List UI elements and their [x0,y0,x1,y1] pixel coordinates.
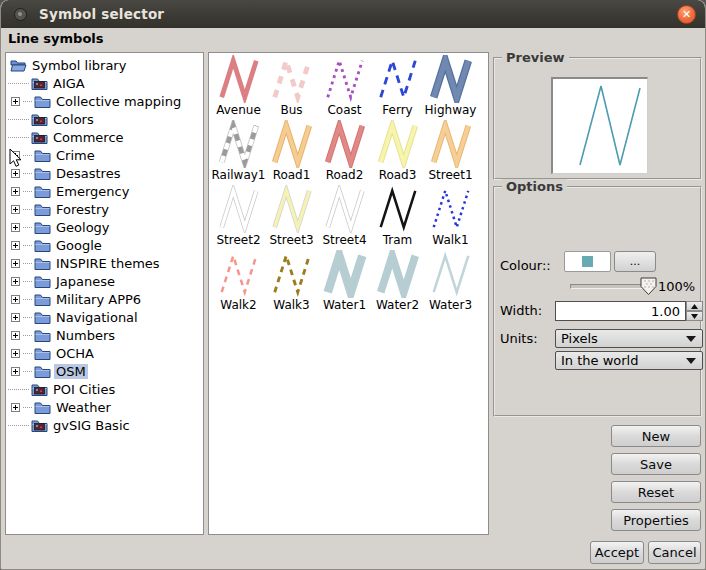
symbol-walk2[interactable]: Walk2 [212,250,265,314]
symbol-label: Road3 [379,168,417,182]
symbol-street3[interactable]: Street3 [265,185,318,249]
line-symbol-icon [266,120,318,168]
line-symbol-icon [319,185,371,233]
tree-item-geology[interactable]: Geology [8,218,203,236]
width-increment-button[interactable] [686,301,703,311]
symbol-bus[interactable]: Bus [265,55,318,119]
tree-connector [23,299,32,300]
symbol-walk3[interactable]: Walk3 [265,250,318,314]
tree-item-emergency[interactable]: Emergency [8,182,203,200]
opacity-slider-handle[interactable] [640,277,657,296]
tree-item-gvsig-basic[interactable]: gvSIG Basic [8,416,203,434]
expand-plus-icon[interactable] [11,223,20,232]
tree-item-label: Military APP6 [54,292,143,307]
width-decrement-button[interactable] [686,311,703,321]
accept-button[interactable]: Accept [590,541,644,564]
expand-plus-icon[interactable] [11,349,20,358]
symbol-label: Road1 [273,168,311,182]
symbol-water2[interactable]: Water2 [371,250,424,314]
tree-item-collective-mapping[interactable]: Collective mapping [8,92,203,110]
symbol-water3[interactable]: Water3 [424,250,477,314]
symbol-street4[interactable]: Street4 [318,185,371,249]
expand-plus-icon[interactable] [11,187,20,196]
cancel-button[interactable]: Cancel [648,541,701,564]
line-symbol-icon [319,250,371,298]
tree-item-label: POI Cities [51,382,117,397]
tree-item-military-app6[interactable]: Military APP6 [8,290,203,308]
symbol-label: Street4 [322,233,366,247]
symbol-road3[interactable]: Road3 [371,120,424,184]
titlebar[interactable]: Symbol selector ✕ [1,0,705,28]
tree-item-japanese[interactable]: Japanese [8,272,203,290]
close-icon: ✕ [682,9,691,20]
expand-plus-icon[interactable] [11,205,20,214]
tree-item-weather[interactable]: Weather [8,398,203,416]
expand-plus-icon[interactable] [11,277,20,286]
symbol-road1[interactable]: Road1 [265,120,318,184]
units-mode-dropdown[interactable]: In the world [555,351,703,370]
symbol-walk1[interactable]: Walk1 [424,185,477,249]
symbol-highway[interactable]: Highway [424,55,477,119]
symbol-label: Street1 [428,168,472,182]
symbol-library-tree[interactable]: Symbol libraryAIGACollective mappingColo… [5,52,204,535]
expand-plus-icon[interactable] [11,367,20,376]
expand-plus-icon[interactable] [11,295,20,304]
tree-item-aiga[interactable]: AIGA [8,74,203,92]
line-symbol-icon [425,120,477,168]
symbol-ferry[interactable]: Ferry [371,55,424,119]
symbol-road2[interactable]: Road2 [318,120,371,184]
tree-item-inspire-themes[interactable]: INSPIRE themes [8,254,203,272]
tree-connector [23,371,32,372]
symbol-street1[interactable]: Street1 [424,120,477,184]
symbol-tram[interactable]: Tram [371,185,424,249]
expand-plus-icon[interactable] [11,97,20,106]
tree-item-ocha[interactable]: OCHA [8,344,203,362]
symbol-grid: AvenueBusCoastFerryHighwayRailway1Road1R… [212,55,482,315]
expand-plus-icon[interactable] [11,241,20,250]
window-title: Symbol selector [39,6,164,22]
save-button[interactable]: Save [611,453,701,475]
expand-plus-icon[interactable] [11,403,20,412]
symbol-water1[interactable]: Water1 [318,250,371,314]
image-folder-icon [31,382,48,396]
tree-item-google[interactable]: Google [8,236,203,254]
symbol-street2[interactable]: Street2 [212,185,265,249]
symbol-railway1[interactable]: Railway1 [212,120,265,184]
new-button[interactable]: New [611,425,701,447]
tree-item-osm[interactable]: OSM [8,362,203,380]
tree-item-desastres[interactable]: Desastres [8,164,203,182]
tree-item-crime[interactable]: Crime [8,146,203,164]
units-dropdown[interactable]: Pixels [555,329,703,348]
tree-item-forestry[interactable]: Forestry [8,200,203,218]
expand-plus-icon[interactable] [11,259,20,268]
symbol-list-panel[interactable]: AvenueBusCoastFerryHighwayRailway1Road1R… [208,52,489,535]
expand-plus-icon[interactable] [11,331,20,340]
width-input[interactable]: 1.00 [555,301,686,321]
expand-plus-icon[interactable] [11,151,20,160]
expand-plus-icon[interactable] [11,313,20,322]
tree-item-colors[interactable]: Colors [8,110,203,128]
tree-connector [23,209,32,210]
colour-more-button[interactable]: ... [614,251,656,272]
properties-button[interactable]: Properties [611,509,701,531]
tree-connector [8,83,29,84]
tree-item-poi-cities[interactable]: POI Cities [8,380,203,398]
tree-item-label: Collective mapping [54,94,183,109]
tree-item-commerce[interactable]: Commerce [8,128,203,146]
tree-item-symbol-library[interactable]: Symbol library [8,56,203,74]
close-button[interactable]: ✕ [677,5,696,24]
line-symbol-icon [372,55,424,103]
folder-icon [34,328,51,342]
tree-item-numbers[interactable]: Numbers [8,326,203,344]
symbol-coast[interactable]: Coast [318,55,371,119]
units-label: Units: [500,331,538,346]
colour-picker-button[interactable] [564,251,611,272]
tree-item-navigational[interactable]: Navigational [8,308,203,326]
tree-item-label: Google [54,238,104,253]
reset-button[interactable]: Reset [611,481,701,503]
colour-label: Colour:: [500,258,551,273]
tree-connector [23,263,32,264]
symbol-avenue[interactable]: Avenue [212,55,265,119]
symbol-label: Bus [280,103,302,117]
expand-plus-icon[interactable] [11,169,20,178]
